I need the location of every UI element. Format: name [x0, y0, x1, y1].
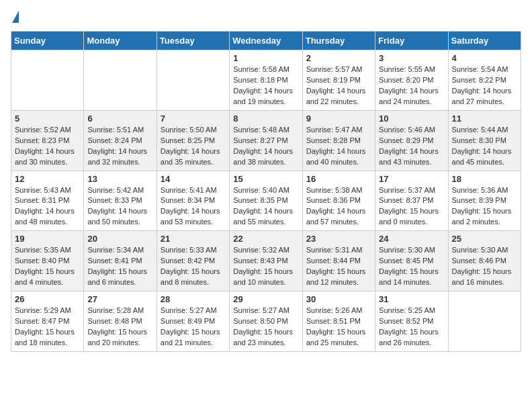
calendar-cell: 20Sunrise: 5:34 AM Sunset: 8:41 PM Dayli… [84, 231, 157, 291]
day-info: Sunrise: 5:28 AM Sunset: 8:48 PM Dayligh… [87, 306, 152, 349]
col-header-monday: Monday [84, 32, 157, 50]
day-number: 8 [233, 113, 298, 124]
day-info: Sunrise: 5:30 AM Sunset: 8:45 PM Dayligh… [379, 245, 444, 288]
day-number: 16 [306, 174, 371, 184]
day-info: Sunrise: 5:34 AM Sunset: 8:41 PM Dayligh… [87, 245, 152, 288]
day-info: Sunrise: 5:52 AM Sunset: 8:23 PM Dayligh… [15, 125, 80, 168]
calendar-cell: 17Sunrise: 5:37 AM Sunset: 8:37 PM Dayli… [375, 171, 448, 231]
col-header-tuesday: Tuesday [157, 32, 229, 50]
calendar-cell: 1Sunrise: 5:58 AM Sunset: 8:18 PM Daylig… [230, 50, 302, 111]
day-number: 25 [452, 234, 517, 244]
calendar-cell: 11Sunrise: 5:44 AM Sunset: 8:30 PM Dayli… [448, 110, 521, 171]
day-number: 6 [87, 113, 152, 124]
calendar-cell: 22Sunrise: 5:32 AM Sunset: 8:43 PM Dayli… [230, 231, 302, 291]
day-number: 21 [161, 234, 226, 244]
day-number: 22 [233, 234, 298, 244]
day-number: 10 [379, 113, 444, 124]
day-info: Sunrise: 5:43 AM Sunset: 8:31 PM Dayligh… [15, 185, 80, 228]
calendar-cell: 3Sunrise: 5:55 AM Sunset: 8:20 PM Daylig… [375, 50, 448, 111]
calendar-cell: 21Sunrise: 5:33 AM Sunset: 8:42 PM Dayli… [157, 231, 229, 291]
logo-triangle-icon [12, 11, 19, 23]
day-info: Sunrise: 5:33 AM Sunset: 8:42 PM Dayligh… [161, 245, 226, 288]
col-header-wednesday: Wednesday [230, 32, 302, 50]
day-info: Sunrise: 5:55 AM Sunset: 8:20 PM Dayligh… [379, 64, 444, 107]
day-info: Sunrise: 5:44 AM Sunset: 8:30 PM Dayligh… [452, 125, 517, 168]
calendar-cell [11, 50, 84, 111]
calendar-cell: 23Sunrise: 5:31 AM Sunset: 8:44 PM Dayli… [302, 231, 375, 291]
calendar-cell: 14Sunrise: 5:41 AM Sunset: 8:34 PM Dayli… [157, 171, 229, 231]
calendar-cell: 27Sunrise: 5:28 AM Sunset: 8:48 PM Dayli… [84, 291, 157, 352]
day-info: Sunrise: 5:40 AM Sunset: 8:35 PM Dayligh… [233, 185, 298, 228]
day-number: 5 [15, 113, 80, 124]
header [11, 11, 521, 24]
day-number: 9 [306, 113, 371, 124]
calendar-cell [448, 291, 521, 352]
day-info: Sunrise: 5:48 AM Sunset: 8:27 PM Dayligh… [233, 125, 298, 168]
calendar-cell: 5Sunrise: 5:52 AM Sunset: 8:23 PM Daylig… [11, 110, 84, 171]
calendar-cell: 16Sunrise: 5:38 AM Sunset: 8:36 PM Dayli… [302, 171, 375, 231]
calendar-cell [84, 50, 157, 111]
col-header-friday: Friday [375, 32, 448, 50]
calendar-cell: 19Sunrise: 5:35 AM Sunset: 8:40 PM Dayli… [11, 231, 84, 291]
day-info: Sunrise: 5:46 AM Sunset: 8:29 PM Dayligh… [379, 125, 444, 168]
day-info: Sunrise: 5:38 AM Sunset: 8:36 PM Dayligh… [306, 185, 371, 228]
day-number: 28 [161, 294, 226, 304]
day-number: 15 [233, 174, 298, 184]
day-number: 24 [379, 234, 444, 244]
calendar-cell: 18Sunrise: 5:36 AM Sunset: 8:39 PM Dayli… [448, 171, 521, 231]
day-number: 20 [87, 234, 152, 244]
day-number: 29 [233, 294, 298, 304]
day-number: 2 [306, 53, 371, 63]
day-number: 4 [452, 53, 517, 63]
day-info: Sunrise: 5:41 AM Sunset: 8:34 PM Dayligh… [161, 185, 226, 228]
day-info: Sunrise: 5:57 AM Sunset: 8:19 PM Dayligh… [306, 64, 371, 107]
calendar-cell: 8Sunrise: 5:48 AM Sunset: 8:27 PM Daylig… [230, 110, 302, 171]
day-number: 23 [306, 234, 371, 244]
day-info: Sunrise: 5:32 AM Sunset: 8:43 PM Dayligh… [233, 245, 298, 288]
col-header-sunday: Sunday [11, 32, 84, 50]
day-info: Sunrise: 5:51 AM Sunset: 8:24 PM Dayligh… [87, 125, 152, 168]
col-header-saturday: Saturday [448, 32, 521, 50]
day-info: Sunrise: 5:37 AM Sunset: 8:37 PM Dayligh… [379, 185, 444, 228]
calendar-cell: 30Sunrise: 5:26 AM Sunset: 8:51 PM Dayli… [302, 291, 375, 352]
calendar-cell: 7Sunrise: 5:50 AM Sunset: 8:25 PM Daylig… [157, 110, 229, 171]
day-number: 11 [452, 113, 517, 124]
day-info: Sunrise: 5:54 AM Sunset: 8:22 PM Dayligh… [452, 64, 517, 107]
day-info: Sunrise: 5:35 AM Sunset: 8:40 PM Dayligh… [15, 245, 80, 288]
day-info: Sunrise: 5:47 AM Sunset: 8:28 PM Dayligh… [306, 125, 371, 168]
day-info: Sunrise: 5:31 AM Sunset: 8:44 PM Dayligh… [306, 245, 371, 288]
day-number: 19 [15, 234, 80, 244]
day-number: 31 [379, 294, 444, 304]
calendar-cell: 10Sunrise: 5:46 AM Sunset: 8:29 PM Dayli… [375, 110, 448, 171]
calendar-cell: 15Sunrise: 5:40 AM Sunset: 8:35 PM Dayli… [230, 171, 302, 231]
day-number: 14 [161, 174, 226, 184]
day-number: 18 [452, 174, 517, 184]
calendar-cell: 29Sunrise: 5:27 AM Sunset: 8:50 PM Dayli… [230, 291, 302, 352]
calendar-cell [157, 50, 229, 111]
day-info: Sunrise: 5:29 AM Sunset: 8:47 PM Dayligh… [15, 306, 80, 349]
col-header-thursday: Thursday [302, 32, 375, 50]
calendar-cell: 9Sunrise: 5:47 AM Sunset: 8:28 PM Daylig… [302, 110, 375, 171]
calendar-cell: 2Sunrise: 5:57 AM Sunset: 8:19 PM Daylig… [302, 50, 375, 111]
day-info: Sunrise: 5:25 AM Sunset: 8:52 PM Dayligh… [379, 306, 444, 349]
day-info: Sunrise: 5:50 AM Sunset: 8:25 PM Dayligh… [161, 125, 226, 168]
day-info: Sunrise: 5:27 AM Sunset: 8:49 PM Dayligh… [161, 306, 226, 349]
day-number: 30 [306, 294, 371, 304]
calendar-cell: 4Sunrise: 5:54 AM Sunset: 8:22 PM Daylig… [448, 50, 521, 111]
day-info: Sunrise: 5:58 AM Sunset: 8:18 PM Dayligh… [233, 64, 298, 107]
day-number: 17 [379, 174, 444, 184]
day-number: 3 [379, 53, 444, 63]
day-info: Sunrise: 5:30 AM Sunset: 8:46 PM Dayligh… [452, 245, 517, 288]
day-info: Sunrise: 5:42 AM Sunset: 8:33 PM Dayligh… [87, 185, 152, 228]
calendar-cell: 26Sunrise: 5:29 AM Sunset: 8:47 PM Dayli… [11, 291, 84, 352]
day-info: Sunrise: 5:27 AM Sunset: 8:50 PM Dayligh… [233, 306, 298, 349]
logo [11, 11, 19, 24]
day-number: 27 [87, 294, 152, 304]
calendar-cell: 24Sunrise: 5:30 AM Sunset: 8:45 PM Dayli… [375, 231, 448, 291]
calendar-cell: 13Sunrise: 5:42 AM Sunset: 8:33 PM Dayli… [84, 171, 157, 231]
calendar-table: SundayMondayTuesdayWednesdayThursdayFrid… [11, 31, 521, 352]
calendar-cell: 6Sunrise: 5:51 AM Sunset: 8:24 PM Daylig… [84, 110, 157, 171]
calendar-cell: 28Sunrise: 5:27 AM Sunset: 8:49 PM Dayli… [157, 291, 229, 352]
day-number: 13 [87, 174, 152, 184]
day-number: 12 [15, 174, 80, 184]
